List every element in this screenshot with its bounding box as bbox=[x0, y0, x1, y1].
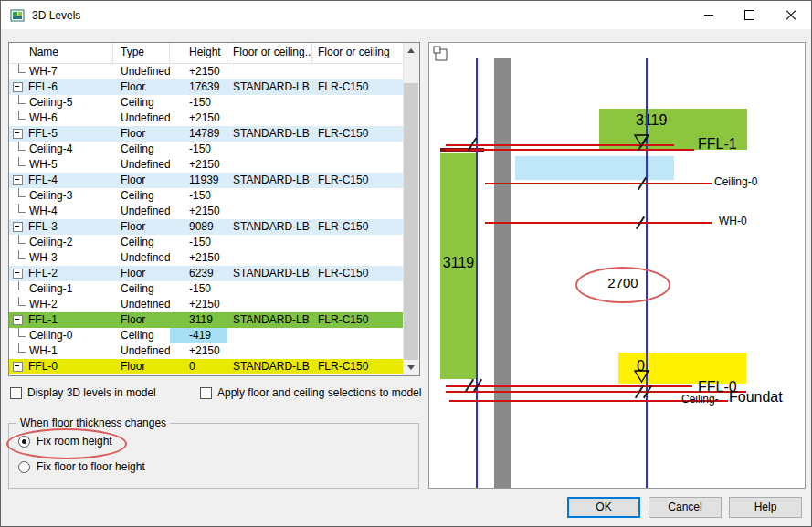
cell-type: Ceiling bbox=[113, 281, 170, 297]
cell-floor-or-ceiling-2: FLR-C150 bbox=[312, 266, 404, 281]
cell-height: 3119 bbox=[170, 312, 227, 328]
radio-circle bbox=[18, 461, 30, 473]
column-header-name[interactable]: Name bbox=[9, 43, 113, 63]
tree-branch-icon bbox=[18, 95, 26, 104]
fix-floor-to-floor-radio[interactable]: Fix floor to floor height bbox=[18, 460, 145, 473]
display-3d-levels-checkbox[interactable]: Display 3D levels in model bbox=[10, 386, 156, 399]
cell-floor-or-ceiling-1 bbox=[227, 188, 312, 204]
table-row-ffl-0[interactable]: FFL-0Floor0STANDARD-LBFLR-C150 bbox=[9, 359, 404, 374]
arrow-down-icon bbox=[407, 365, 415, 370]
cell-name: WH-7 bbox=[9, 64, 113, 79]
cell-name: FFL-3 bbox=[9, 219, 113, 235]
cell-height: 17639 bbox=[170, 79, 227, 95]
minimize-icon bbox=[704, 15, 713, 16]
level-name: FFL-0 bbox=[28, 360, 58, 373]
table-row-ceiling-4[interactable]: Ceiling-4Ceiling-150 bbox=[9, 142, 404, 157]
table-row-ceiling-0[interactable]: Ceiling-0Ceiling-419 bbox=[9, 328, 404, 343]
cell-floor-or-ceiling-1 bbox=[227, 250, 312, 266]
cancel-button[interactable]: Cancel bbox=[649, 497, 722, 518]
scroll-thumb[interactable] bbox=[404, 83, 418, 360]
app-icon bbox=[10, 8, 25, 23]
zoom-window-icon[interactable] bbox=[433, 46, 449, 62]
apply-selections-checkbox[interactable]: Apply floor and ceiling selections to mo… bbox=[200, 386, 421, 399]
table-row-wh-7[interactable]: WH-7Undefined+2150 bbox=[9, 64, 404, 79]
cell-height: 9089 bbox=[170, 219, 227, 235]
table-row-ffl-6[interactable]: FFL-6Floor17639STANDARD-LBFLR-C150 bbox=[9, 79, 404, 95]
table-row-ffl-2[interactable]: FFL-2Floor6239STANDARD-LBFLR-C150 bbox=[9, 266, 404, 281]
tree-branch-icon bbox=[18, 142, 26, 151]
table-row-wh-1[interactable]: WH-1Undefined+2150 bbox=[9, 343, 404, 359]
column-header-type[interactable]: Type bbox=[113, 43, 170, 63]
cell-height: -150 bbox=[170, 188, 227, 204]
table-row-wh-6[interactable]: WH-6Undefined+2150 bbox=[9, 111, 404, 126]
table-row-wh-2[interactable]: WH-2Undefined+2150 bbox=[9, 297, 404, 312]
collapse-toggle-icon[interactable] bbox=[13, 269, 23, 279]
cell-floor-or-ceiling-2 bbox=[312, 250, 404, 266]
cell-floor-or-ceiling-1 bbox=[227, 157, 312, 173]
level-name: Ceiling-1 bbox=[29, 282, 72, 295]
level-name: Ceiling-5 bbox=[29, 96, 72, 109]
cell-floor-or-ceiling-1: STANDARD-LB bbox=[227, 266, 312, 281]
tree-branch-icon bbox=[18, 328, 26, 337]
table-row-ceiling-5[interactable]: Ceiling-5Ceiling-150 bbox=[9, 95, 404, 111]
level-name: Ceiling-2 bbox=[29, 236, 72, 248]
level-name: WH-1 bbox=[29, 344, 58, 357]
cell-type: Floor bbox=[113, 79, 170, 95]
table-row-ffl-3[interactable]: FFL-3Floor9089STANDARD-LBFLR-C150 bbox=[9, 219, 404, 235]
cell-floor-or-ceiling-2: FLR-C150 bbox=[312, 79, 404, 95]
collapse-toggle-icon[interactable] bbox=[13, 362, 23, 372]
checkbox-box bbox=[10, 387, 22, 399]
cell-type: Undefined bbox=[113, 343, 170, 359]
cell-floor-or-ceiling-2: FLR-C150 bbox=[312, 126, 404, 142]
wall-column bbox=[494, 58, 511, 488]
cell-type: Ceiling bbox=[113, 95, 170, 111]
maximize-button[interactable] bbox=[729, 1, 770, 29]
table-row-ceiling-1[interactable]: Ceiling-1Ceiling-150 bbox=[9, 281, 404, 297]
table-body: WH-7Undefined+2150FFL-6Floor17639STANDAR… bbox=[9, 64, 404, 376]
collapse-toggle-icon[interactable] bbox=[13, 82, 23, 92]
preview-viewport[interactable]: 3119 3119 0 FFL-1 Cei bbox=[428, 42, 806, 489]
cell-floor-or-ceiling-1 bbox=[227, 281, 312, 297]
cell-floor-or-ceiling-2 bbox=[312, 343, 404, 359]
fix-room-height-radio[interactable]: Fix room height bbox=[18, 435, 112, 448]
floor-thickness-groupbox: When floor thickness changes Fix room he… bbox=[8, 423, 419, 489]
table-row-ceiling-2[interactable]: Ceiling-2Ceiling-150 bbox=[9, 235, 404, 250]
help-button[interactable]: Help bbox=[729, 497, 802, 518]
table-row-ffl-5[interactable]: FFL-5Floor14789STANDARD-LBFLR-C150 bbox=[9, 126, 404, 142]
tree-branch-icon bbox=[18, 188, 26, 197]
scroll-down-button[interactable] bbox=[404, 360, 418, 375]
collapse-toggle-icon[interactable] bbox=[13, 222, 23, 232]
table-row-ceiling-3[interactable]: Ceiling-3Ceiling-150 bbox=[9, 188, 404, 204]
table-row-ffl-4[interactable]: FFL-4Floor11939STANDARD-LBFLR-C150 bbox=[9, 173, 404, 188]
scroll-up-button[interactable] bbox=[404, 43, 418, 58]
cell-floor-or-ceiling-1 bbox=[227, 343, 312, 359]
column-header-floor-or-ceiling-1[interactable]: Floor or ceiling... bbox=[227, 43, 312, 63]
cell-floor-or-ceiling-2 bbox=[312, 281, 404, 297]
cell-height: 6239 bbox=[170, 266, 227, 281]
tree-branch-icon bbox=[18, 297, 26, 306]
minimize-button[interactable] bbox=[688, 1, 729, 29]
collapse-toggle-icon[interactable] bbox=[13, 315, 23, 325]
table-row-ffl-1[interactable]: FFL-1Floor3119STANDARD-LBFLR-C150 bbox=[9, 312, 404, 328]
ok-button[interactable]: OK bbox=[567, 497, 640, 518]
collapse-toggle-icon[interactable] bbox=[13, 175, 23, 185]
column-header-floor-or-ceiling-2[interactable]: Floor or ceiling bbox=[312, 43, 404, 63]
ceiling-slab bbox=[515, 156, 674, 180]
tree-branch-icon bbox=[18, 235, 26, 244]
cell-floor-or-ceiling-2 bbox=[312, 95, 404, 111]
table-row-wh-4[interactable]: WH-4Undefined+2150 bbox=[9, 204, 404, 219]
cell-name: FFL-6 bbox=[9, 79, 113, 95]
close-button[interactable] bbox=[770, 1, 811, 29]
column-header-height[interactable]: Height bbox=[170, 43, 227, 63]
cell-type: Undefined bbox=[113, 297, 170, 312]
table-row-wh-5[interactable]: WH-5Undefined+2150 bbox=[9, 157, 404, 173]
cell-floor-or-ceiling-1 bbox=[227, 142, 312, 157]
level-name: FFL-4 bbox=[28, 174, 58, 186]
vertical-scrollbar[interactable] bbox=[403, 43, 419, 375]
cell-floor-or-ceiling-1 bbox=[227, 328, 312, 343]
collapse-toggle-icon[interactable] bbox=[13, 129, 23, 139]
cell-type: Floor bbox=[113, 312, 170, 328]
cell-floor-or-ceiling-2 bbox=[312, 188, 404, 204]
table-row-wh-3[interactable]: WH-3Undefined+2150 bbox=[9, 250, 404, 266]
grid-line-left bbox=[476, 58, 478, 488]
